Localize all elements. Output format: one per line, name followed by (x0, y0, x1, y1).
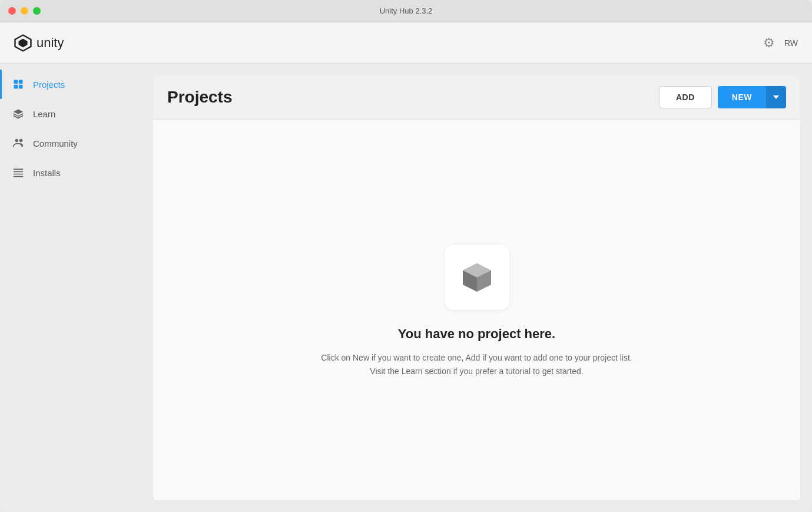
svg-point-6 (15, 139, 19, 143)
window-title: Unity Hub 2.3.2 (380, 6, 433, 15)
sidebar-label-projects: Projects (33, 80, 65, 90)
header-right: ⚙ RW (763, 35, 798, 51)
new-button-group: NEW (718, 86, 786, 108)
new-button[interactable]: NEW (718, 86, 766, 108)
settings-icon[interactable]: ⚙ (763, 35, 775, 51)
minimize-button[interactable] (21, 7, 28, 15)
projects-icon (12, 78, 25, 91)
sidebar-item-installs[interactable]: Installs (0, 158, 141, 187)
svg-point-7 (19, 139, 23, 143)
user-avatar[interactable]: RW (784, 38, 798, 48)
empty-state-title: You have no project here. (398, 326, 555, 342)
header-actions: ADD NEW (659, 86, 786, 108)
svg-rect-3 (19, 80, 23, 84)
sidebar-item-community[interactable]: Community (0, 128, 141, 158)
sidebar-item-learn[interactable]: Learn (0, 99, 141, 128)
cube-icon (458, 259, 496, 296)
new-dropdown-button[interactable] (766, 86, 786, 108)
app-header: unity ⚙ RW (0, 22, 812, 64)
installs-icon (12, 166, 25, 179)
unity-logo-icon (14, 34, 32, 52)
projects-header: Projects ADD NEW (153, 75, 800, 120)
window-controls (8, 7, 41, 15)
content-area: Projects ADD NEW (141, 64, 812, 512)
sidebar-item-projects[interactable]: Projects (0, 70, 141, 99)
sidebar: Projects Learn Community (0, 64, 141, 512)
svg-rect-4 (14, 85, 18, 89)
empty-state: You have no project here. Click on New i… (153, 120, 800, 500)
chevron-down-icon (773, 95, 779, 99)
logo: unity (14, 34, 64, 52)
close-button[interactable] (8, 7, 16, 15)
svg-rect-5 (19, 85, 23, 89)
sidebar-label-community: Community (33, 138, 78, 148)
learn-icon (12, 107, 25, 120)
page-title: Projects (167, 88, 233, 107)
add-button[interactable]: ADD (659, 86, 712, 108)
svg-rect-2 (14, 80, 18, 84)
sidebar-label-learn: Learn (33, 109, 55, 119)
main-layout: Projects Learn Community (0, 64, 812, 512)
empty-icon-box (445, 245, 509, 310)
community-icon (12, 137, 25, 150)
content-panel: Projects ADD NEW (153, 75, 800, 500)
title-bar: Unity Hub 2.3.2 (0, 0, 812, 22)
maximize-button[interactable] (33, 7, 41, 15)
svg-marker-1 (19, 38, 28, 47)
empty-state-description: Click on New if you want to create one, … (318, 351, 636, 378)
logo-text: unity (37, 35, 64, 51)
sidebar-label-installs: Installs (33, 168, 61, 178)
